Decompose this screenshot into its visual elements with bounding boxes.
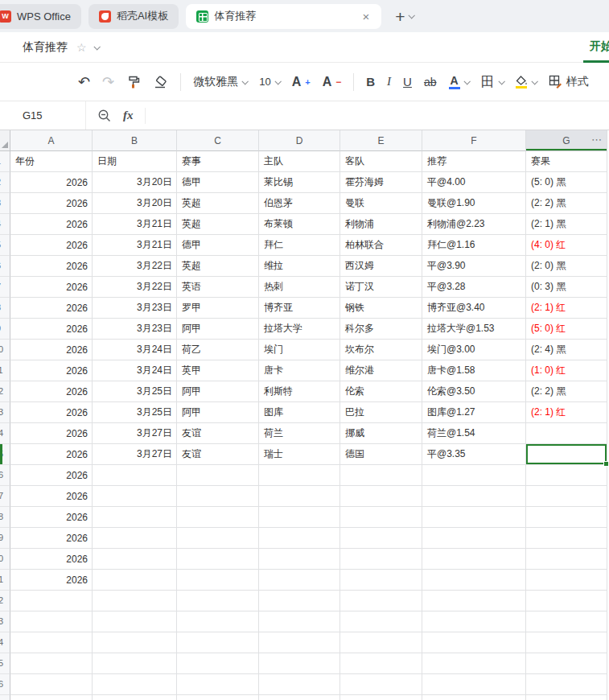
- data-cell[interactable]: 曼联@1.90: [422, 193, 526, 214]
- new-tab-button[interactable]: +: [395, 8, 405, 25]
- empty-cell[interactable]: [526, 632, 607, 653]
- data-cell[interactable]: 2026: [10, 277, 93, 298]
- data-cell[interactable]: 罗甲: [177, 298, 259, 319]
- data-cell[interactable]: 唐卡@1.58: [422, 360, 526, 381]
- data-cell[interactable]: 诺丁汉: [340, 277, 422, 298]
- empty-cell[interactable]: [10, 591, 93, 611]
- data-cell[interactable]: 荷乙: [177, 340, 259, 360]
- empty-cell[interactable]: [177, 591, 259, 611]
- data-cell[interactable]: 2026: [10, 549, 93, 570]
- header-cell[interactable]: 赛果: [526, 151, 607, 172]
- data-cell[interactable]: [177, 507, 259, 528]
- empty-cell[interactable]: [422, 695, 526, 700]
- data-cell[interactable]: 3月27日: [93, 444, 177, 465]
- empty-cell[interactable]: [422, 632, 526, 653]
- row-header-7[interactable]: 7: [0, 277, 10, 298]
- data-cell[interactable]: 拜仁: [259, 235, 340, 256]
- empty-cell[interactable]: [259, 591, 340, 611]
- data-cell[interactable]: [93, 570, 177, 591]
- row-header-19[interactable]: 19: [0, 528, 10, 549]
- row-header-1[interactable]: 1: [0, 151, 10, 172]
- data-cell[interactable]: [93, 465, 177, 486]
- data-cell[interactable]: [526, 423, 607, 444]
- ribbon-tab-home[interactable]: 开始: [583, 32, 609, 63]
- row-header-5[interactable]: 5: [0, 235, 10, 256]
- data-cell[interactable]: [177, 465, 259, 486]
- header-cell[interactable]: 推荐: [422, 151, 526, 172]
- borders-button[interactable]: 田: [481, 72, 504, 91]
- empty-cell[interactable]: [340, 611, 422, 632]
- data-cell[interactable]: [177, 528, 259, 549]
- data-cell[interactable]: [422, 507, 526, 528]
- data-cell[interactable]: 柏林联合: [340, 235, 422, 256]
- data-cell[interactable]: 坎布尔: [340, 340, 422, 360]
- data-cell[interactable]: (2: 1) 红: [526, 298, 607, 319]
- data-cell[interactable]: 荷兰@1.54: [422, 423, 526, 444]
- empty-cell[interactable]: [259, 674, 340, 695]
- empty-cell[interactable]: [10, 653, 93, 674]
- data-cell[interactable]: 埃门@3.00: [422, 340, 526, 360]
- row-header-21[interactable]: 21: [0, 570, 10, 591]
- data-cell[interactable]: 2026: [10, 423, 93, 444]
- data-cell[interactable]: 2026: [10, 360, 93, 381]
- data-cell[interactable]: [422, 486, 526, 507]
- empty-cell[interactable]: [10, 674, 93, 695]
- row-header-27[interactable]: 27: [0, 695, 10, 700]
- data-cell[interactable]: 3月25日: [93, 381, 177, 402]
- data-cell[interactable]: (5: 0) 黑: [526, 172, 607, 193]
- cell-name-box[interactable]: G15: [0, 101, 86, 130]
- data-cell[interactable]: 博齐亚: [259, 298, 340, 319]
- data-cell[interactable]: [526, 570, 607, 591]
- data-cell[interactable]: 2026: [10, 402, 93, 423]
- empty-cell[interactable]: [340, 674, 422, 695]
- data-cell[interactable]: 唐卡: [259, 360, 340, 381]
- data-cell[interactable]: 拉塔大学: [259, 319, 340, 340]
- data-cell[interactable]: [259, 528, 340, 549]
- data-cell[interactable]: (5: 0) 红: [526, 319, 607, 340]
- data-cell[interactable]: 3月24日: [93, 340, 177, 360]
- data-cell[interactable]: 2026: [10, 193, 93, 214]
- data-cell[interactable]: 友谊: [177, 423, 259, 444]
- data-cell[interactable]: 2026: [10, 319, 93, 340]
- data-cell[interactable]: 2026: [10, 444, 93, 465]
- data-cell[interactable]: 利物浦: [340, 214, 422, 235]
- data-cell[interactable]: 3月22日: [93, 256, 177, 277]
- font-name-select[interactable]: 微软雅黑: [193, 75, 247, 89]
- data-cell[interactable]: [340, 507, 422, 528]
- data-cell[interactable]: [526, 465, 607, 486]
- data-cell[interactable]: 3月22日: [93, 277, 177, 298]
- data-cell[interactable]: 维尔港: [340, 360, 422, 381]
- empty-cell[interactable]: [177, 674, 259, 695]
- data-cell[interactable]: 拜仁@1.16: [422, 235, 526, 256]
- empty-cell[interactable]: [340, 591, 422, 611]
- data-cell[interactable]: 3月20日: [93, 172, 177, 193]
- data-cell[interactable]: [526, 549, 607, 570]
- font-size-select[interactable]: 10: [259, 76, 279, 88]
- data-cell[interactable]: 利物浦@2.23: [422, 214, 526, 235]
- data-cell[interactable]: 2026: [10, 465, 93, 486]
- data-cell[interactable]: 阿甲: [177, 381, 259, 402]
- data-cell[interactable]: 平@4.00: [422, 172, 526, 193]
- data-cell[interactable]: 曼联: [340, 193, 422, 214]
- fill-handle[interactable]: [603, 461, 609, 467]
- data-cell[interactable]: 瑞士: [259, 444, 340, 465]
- row-header-9[interactable]: 9: [0, 319, 10, 340]
- data-cell[interactable]: [93, 549, 177, 570]
- data-cell[interactable]: 2026: [10, 486, 93, 507]
- data-cell[interactable]: 伦索: [340, 381, 422, 402]
- column-header-D[interactable]: D: [259, 130, 340, 151]
- row-header-3[interactable]: 3: [0, 193, 10, 214]
- data-cell[interactable]: (1: 0) 红: [526, 360, 607, 381]
- data-cell[interactable]: 维拉: [259, 256, 340, 277]
- favorite-star-icon[interactable]: ☆: [76, 41, 87, 54]
- empty-cell[interactable]: [422, 674, 526, 695]
- data-cell[interactable]: (2: 2) 黑: [526, 381, 607, 402]
- row-header-24[interactable]: 24: [0, 632, 10, 653]
- select-all-corner[interactable]: [0, 130, 10, 151]
- eraser-icon[interactable]: [153, 75, 168, 89]
- data-cell[interactable]: 霍芬海姆: [340, 172, 422, 193]
- header-cell[interactable]: 年份: [10, 151, 93, 172]
- data-cell[interactable]: 图库: [259, 402, 340, 423]
- data-cell[interactable]: 利斯特: [259, 381, 340, 402]
- empty-cell[interactable]: [259, 653, 340, 674]
